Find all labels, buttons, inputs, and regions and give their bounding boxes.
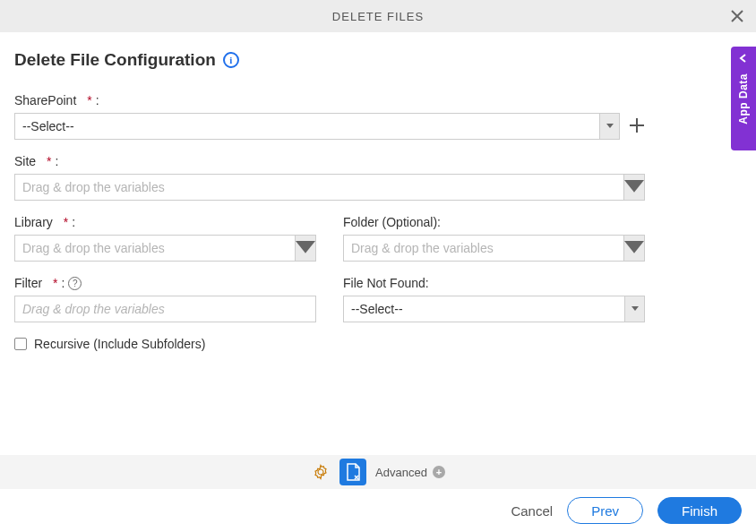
required-mark: * [53, 276, 57, 290]
chevron-down-icon [296, 241, 315, 256]
plus-icon [629, 117, 645, 133]
recursive-checkbox[interactable] [14, 338, 27, 350]
recursive-checkbox-row: Recursive (Include Subfolders) [14, 337, 645, 351]
site-input[interactable] [22, 175, 623, 200]
chevron-down-icon [624, 241, 644, 256]
dialog-title: DELETE FILES [332, 10, 424, 23]
footer-buttons: Cancel Prev Finish [0, 489, 756, 532]
page-title: Delete File Configuration [14, 50, 216, 70]
advanced-toolbar: Advanced + [0, 455, 756, 489]
file-config-button[interactable] [339, 459, 366, 485]
advanced-toggle[interactable]: Advanced + [375, 466, 445, 479]
chevron-down-icon [624, 296, 644, 322]
chevron-left-icon [739, 54, 748, 63]
library-label: Library *: [14, 215, 316, 229]
required-mark: * [87, 93, 91, 107]
content-area: Delete File Configuration i SharePoint *… [0, 32, 756, 351]
info-icon[interactable]: i [223, 52, 239, 68]
sharepoint-value: --Select-- [22, 119, 74, 133]
recursive-label: Recursive (Include Subfolders) [34, 337, 205, 351]
file-x-icon [345, 463, 361, 481]
folder-input[interactable] [351, 236, 623, 261]
site-label: Site *: [14, 154, 645, 168]
required-mark: * [64, 215, 68, 229]
finish-button[interactable]: Finish [657, 497, 742, 524]
library-dropdown-toggle[interactable] [295, 235, 316, 262]
close-button[interactable] [729, 8, 745, 24]
cancel-button[interactable]: Cancel [511, 503, 553, 519]
close-icon [731, 10, 743, 22]
dialog-header: DELETE FILES [0, 0, 756, 32]
page-title-row: Delete File Configuration i [14, 50, 735, 70]
required-mark: * [47, 154, 51, 168]
gear-icon [313, 464, 329, 480]
file-not-found-label: File Not Found: [343, 276, 645, 290]
file-not-found-value: --Select-- [351, 302, 403, 316]
chevron-down-icon [624, 180, 644, 195]
app-data-label: App Data [737, 73, 750, 124]
file-not-found-select[interactable]: --Select-- [343, 296, 645, 322]
folder-dropdown-toggle[interactable] [623, 235, 645, 262]
sharepoint-select[interactable]: --Select-- [14, 113, 620, 140]
site-dropdown-toggle[interactable] [623, 174, 645, 201]
add-sharepoint-button[interactable] [629, 117, 645, 140]
help-icon[interactable]: ? [68, 277, 82, 290]
app-data-tab[interactable]: App Data [731, 47, 756, 150]
plus-circle-icon: + [433, 466, 445, 478]
folder-label: Folder (Optional): [343, 215, 645, 229]
chevron-down-icon [599, 114, 619, 139]
library-input[interactable] [22, 236, 295, 261]
filter-input[interactable] [22, 296, 315, 322]
filter-label: Filter *: ? [14, 276, 316, 290]
sharepoint-label: SharePoint *: [14, 93, 620, 107]
settings-button[interactable] [311, 462, 331, 482]
prev-button[interactable]: Prev [567, 497, 643, 524]
